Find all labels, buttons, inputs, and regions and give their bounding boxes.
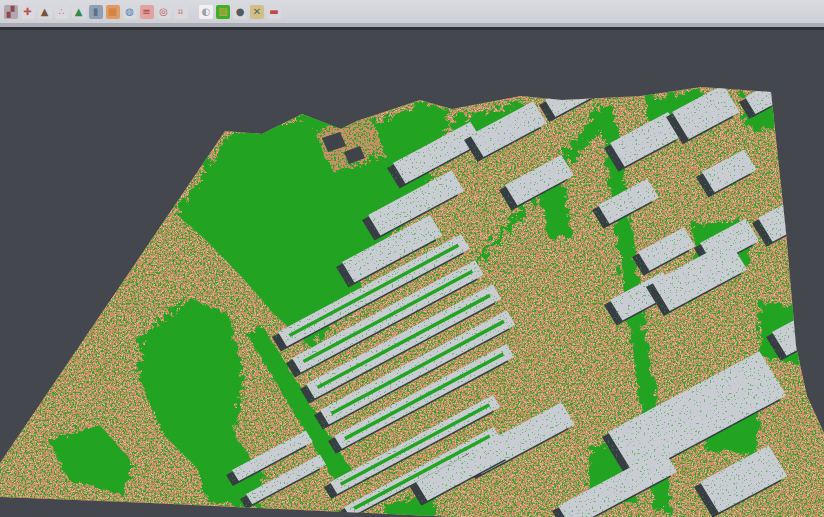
viewport-3d[interactable] xyxy=(0,30,824,517)
toolbar: ▞✚▲∴▲▮■◍≡◎⌗◐▨●✕▬ xyxy=(0,0,824,23)
sphere-icon[interactable]: ● xyxy=(233,5,247,19)
terrain-icon[interactable]: ▲ xyxy=(38,5,52,19)
classify-icon[interactable]: ▨ xyxy=(216,5,230,19)
point-cloud-render xyxy=(0,30,824,517)
delete-icon[interactable]: ✕ xyxy=(250,5,264,19)
surface-icon[interactable]: ▲ xyxy=(72,5,86,19)
transform-icon[interactable]: ▞ xyxy=(4,5,18,19)
ortho-icon[interactable]: ■ xyxy=(106,5,120,19)
subsample-icon[interactable]: ◐ xyxy=(199,5,213,19)
crop-icon[interactable]: ⌗ xyxy=(174,5,188,19)
flag-icon[interactable]: ▬ xyxy=(267,5,281,19)
settings-icon[interactable]: ◎ xyxy=(157,5,171,19)
profile-icon[interactable]: ▮ xyxy=(89,5,103,19)
list-icon[interactable]: ≡ xyxy=(140,5,154,19)
align-icon[interactable]: ✚ xyxy=(21,5,35,19)
points-icon[interactable]: ∴ xyxy=(55,5,69,19)
app-window: ▞✚▲∴▲▮■◍≡◎⌗◐▨●✕▬ xyxy=(0,0,824,517)
globe-icon[interactable]: ◍ xyxy=(123,5,137,19)
